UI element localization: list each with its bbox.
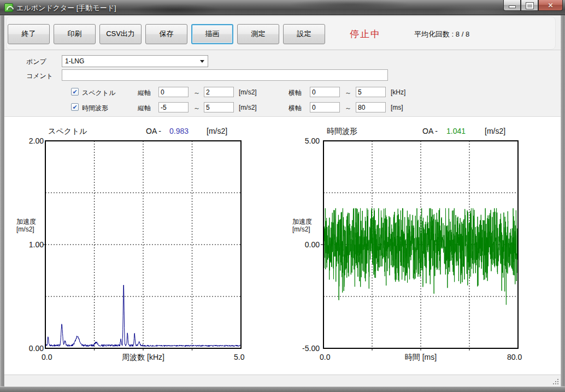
waveform-plot: [323, 141, 518, 348]
spectrum-h-unit: [kHz]: [391, 88, 405, 96]
settings-button[interactable]: 設定: [283, 24, 325, 44]
minimize-icon: [509, 5, 516, 8]
app-icon: [4, 3, 13, 12]
comment-input[interactable]: [62, 69, 388, 81]
waveform-h-unit: [ms]: [391, 104, 403, 111]
waveform-xtick-max: 80.0: [507, 353, 522, 361]
spectrum-chart-title: スペクトル: [48, 127, 87, 136]
app-window: エルポンドクター [手動モード] ✕ 終了 印刷 CSV出力 保存 描画 測定 …: [0, 0, 565, 392]
spectrum-xtick-min: 0.0: [42, 353, 52, 361]
close-button[interactable]: ✕: [538, 0, 563, 11]
spectrum-v-unit: [m/s2]: [239, 88, 257, 96]
minimize-button[interactable]: [503, 0, 521, 11]
averaging-count-label: 平均化回数 : 8 / 8: [414, 29, 469, 39]
waveform-haxis-label: 横軸: [289, 104, 302, 113]
spectrum-checkbox[interactable]: ✔: [71, 88, 79, 96]
title-bar[interactable]: エルポンドクター [手動モード] ✕: [0, 0, 565, 15]
spectrum-vmin-input[interactable]: [158, 87, 189, 97]
spectrum-h-tilde: ～: [345, 88, 351, 98]
window-border-left: [0, 15, 4, 387]
comment-label: コメント: [26, 72, 53, 81]
spectrum-yaxis-caption: 加速度 [m/s2]: [16, 218, 36, 233]
spectrum-checkbox-label: スペクトル: [82, 88, 115, 98]
close-icon: ✕: [548, 2, 553, 9]
resize-grip-icon[interactable]: [553, 379, 559, 385]
waveform-checkbox[interactable]: ✔: [71, 103, 79, 111]
maximize-icon: [526, 3, 533, 9]
charts-panel: スペクトル OA - 0.983 [m/s2] 2.00 1.00 0.00 加…: [4, 116, 561, 375]
waveform-vmin-input[interactable]: [158, 102, 189, 112]
waveform-checkbox-label: 時間波形: [82, 104, 108, 113]
pump-combobox-value: 1-LNG: [65, 57, 84, 65]
client-area: 終了 印刷 CSV出力 保存 描画 測定 設定 停止中 平均化回数 : 8 / …: [4, 15, 561, 387]
waveform-oa-unit: [m/s2]: [485, 127, 505, 135]
waveform-vmax-input[interactable]: [204, 102, 234, 112]
spectrum-oa-label: OA -: [146, 127, 161, 135]
csv-export-button[interactable]: CSV出力: [99, 24, 142, 44]
spectrum-oa-unit: [m/s2]: [207, 127, 227, 135]
waveform-h-tilde: ～: [345, 104, 351, 113]
waveform-vaxis-label: 縦軸: [138, 104, 151, 113]
spectrum-ytick-min: 0.00: [15, 344, 44, 353]
check-icon: ✔: [72, 104, 77, 110]
pump-label: ポンプ: [26, 57, 46, 67]
spectrum-v-tilde: ～: [193, 88, 200, 98]
spectrum-xaxis-caption: 周波数 [kHz]: [99, 353, 187, 363]
spectrum-vmax-input[interactable]: [204, 87, 234, 97]
spectrum-haxis-label: 横軸: [289, 88, 302, 98]
waveform-hmin-input[interactable]: [310, 102, 340, 112]
spectrum-xtick-max: 5.0: [234, 353, 244, 361]
maximize-button[interactable]: [521, 0, 538, 11]
spectrum-plot: [45, 141, 241, 348]
status-bar: [4, 375, 561, 387]
spectrum-hmin-input[interactable]: [310, 87, 340, 97]
waveform-ytick-max: 5.00: [291, 136, 320, 145]
toolbar: 終了 印刷 CSV出力 保存 描画 測定 設定 停止中 平均化回数 : 8 / …: [4, 15, 561, 50]
print-button[interactable]: 印刷: [54, 24, 96, 44]
waveform-v-tilde: ～: [193, 104, 200, 113]
check-icon: ✔: [72, 88, 77, 95]
waveform-hmax-input[interactable]: [356, 102, 386, 112]
waveform-chart-title: 時間波形: [327, 127, 357, 136]
window-border-bottom: [0, 387, 565, 392]
chevron-down-icon: [200, 60, 204, 63]
pump-combobox[interactable]: 1-LNG: [62, 55, 208, 67]
waveform-v-unit: [m/s2]: [239, 104, 257, 111]
exit-button[interactable]: 終了: [8, 24, 50, 44]
waveform-oa-value: 1.041: [446, 127, 466, 135]
waveform-yaxis-caption: 加速度 [m/s2]: [292, 218, 312, 233]
save-button[interactable]: 保存: [145, 24, 187, 44]
spectrum-ytick-mid: 1.00: [15, 240, 44, 249]
status-stopped-label: 停止中: [350, 28, 381, 40]
draw-button[interactable]: 描画: [191, 24, 233, 44]
window-border-right: [561, 15, 565, 387]
spectrum-vaxis-label: 縦軸: [138, 88, 151, 98]
spectrum-hmax-input[interactable]: [356, 87, 386, 97]
waveform-ytick-mid: 0.00: [291, 240, 320, 249]
spectrum-ytick-max: 2.00: [15, 136, 44, 145]
spectrum-oa-value: 0.983: [169, 127, 189, 135]
settings-form: ポンプ 1-LNG コメント ✔ スペクトル 縦軸 ～ [m/s2] 横軸 ～ …: [4, 50, 561, 116]
window-title: エルポンドクター [手動モード]: [16, 3, 116, 13]
waveform-ytick-min: -5.00: [291, 344, 320, 353]
measure-button[interactable]: 測定: [237, 24, 279, 44]
waveform-xtick-min: 0.0: [320, 353, 330, 361]
waveform-oa-label: OA -: [422, 127, 438, 135]
waveform-xaxis-caption: 時間 [ms]: [377, 353, 464, 363]
